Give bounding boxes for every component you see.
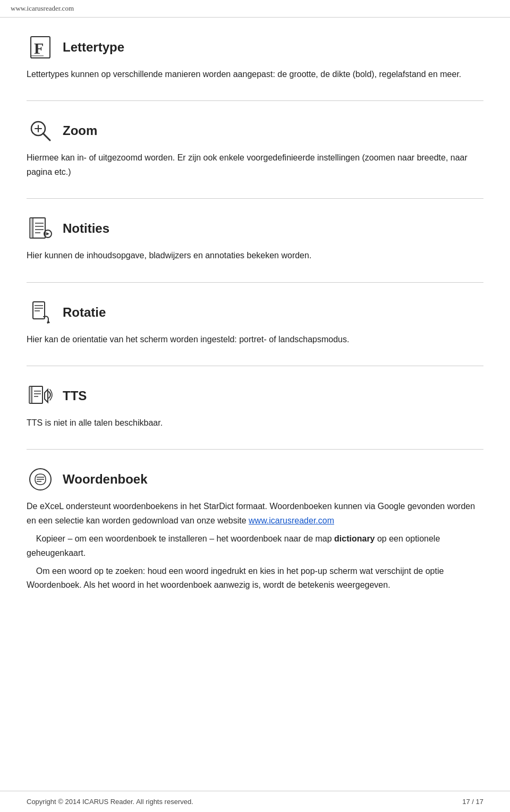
- section-body-woordenboek: De eXceL ondersteunt woordenboekens in h…: [27, 500, 483, 592]
- svg-marker-15: [46, 232, 49, 235]
- section-body-tts: TTS is niet in alle talen beschikbaar.: [27, 416, 483, 430]
- woordenboek-text2: Kopieer – om een woordenboek te installe…: [27, 534, 440, 557]
- footer-pagination: 17 / 17: [462, 798, 483, 806]
- woordenboek-para1: De eXceL ondersteunt woordenboekens in h…: [27, 500, 483, 528]
- svg-marker-26: [45, 390, 48, 402]
- section-lettertype: F Lettertype Lettertypes kunnen op versc…: [27, 33, 483, 81]
- zoom-body-text: Hiermee kan in- of uitgezoomd worden. Er…: [27, 153, 468, 176]
- section-rotatie: Rotatie Hier kan de orientatie van het s…: [27, 299, 483, 346]
- woordenboek-para3: Om een woord op te zoeken: houd een woor…: [27, 564, 483, 593]
- divider-3: [27, 282, 483, 283]
- section-zoom: Zoom Hiermee kan in- of uitgezoomd worde…: [27, 117, 483, 179]
- section-header-notities: Notities: [27, 215, 483, 242]
- font-icon: F: [27, 33, 54, 61]
- main-content: F Lettertype Lettertypes kunnen op versc…: [0, 18, 510, 654]
- section-title-tts: TTS: [63, 388, 87, 403]
- rotatie-icon: [27, 299, 54, 326]
- notities-icon: [27, 215, 54, 242]
- svg-marker-20: [47, 320, 50, 323]
- woordenboek-text3: Om een woord op te zoeken: houd een woor…: [27, 566, 444, 589]
- section-header-zoom: Zoom: [27, 117, 483, 145]
- site-url: www.icarusreader.com: [11, 4, 74, 12]
- section-title-lettertype: Lettertype: [63, 40, 124, 55]
- section-header-rotatie: Rotatie: [27, 299, 483, 326]
- section-body-notities: Hier kunnen de inhoudsopgave, bladwijzer…: [27, 249, 483, 263]
- svg-line-5: [43, 133, 50, 140]
- section-body-lettertype: Lettertypes kunnen op verschillende mani…: [27, 67, 483, 81]
- divider-4: [27, 366, 483, 366]
- section-body-zoom: Hiermee kan in- of uitgezoomd worden. Er…: [27, 151, 483, 179]
- divider-5: [27, 449, 483, 450]
- divider-2: [27, 198, 483, 199]
- svg-rect-22: [29, 386, 32, 403]
- section-woordenboek: Woordenboek De eXceL ondersteunt woorden…: [27, 466, 483, 592]
- section-title-rotatie: Rotatie: [63, 305, 106, 320]
- woordenboek-para2: Kopieer – om een woordenboek te installe…: [27, 532, 483, 560]
- section-header-woordenboek: Woordenboek: [27, 466, 483, 493]
- footer: Copyright © 2014 ICARUS Reader. All righ…: [0, 791, 510, 812]
- svg-rect-16: [33, 302, 45, 319]
- section-header-lettertype: F Lettertype: [27, 33, 483, 61]
- woordenboek-icon: [27, 466, 54, 493]
- section-notities: Notities Hier kunnen de inhoudsopgave, b…: [27, 215, 483, 263]
- section-title-zoom: Zoom: [63, 123, 97, 138]
- top-bar: www.icarusreader.com: [0, 0, 510, 18]
- svg-text:F: F: [34, 39, 44, 57]
- divider-1: [27, 100, 483, 101]
- section-body-rotatie: Hier kan de orientatie van het scherm wo…: [27, 333, 483, 346]
- woordenboek-link[interactable]: www.icarusreader.com: [249, 516, 334, 525]
- svg-rect-9: [30, 218, 33, 238]
- tts-icon: [27, 382, 54, 410]
- zoom-icon: [27, 117, 54, 145]
- section-title-notities: Notities: [63, 221, 109, 236]
- footer-copyright: Copyright © 2014 ICARUS Reader. All righ…: [27, 798, 193, 806]
- section-title-woordenboek: Woordenboek: [63, 472, 148, 487]
- section-tts: TTS TTS is niet in alle talen beschikbaa…: [27, 382, 483, 430]
- section-header-tts: TTS: [27, 382, 483, 410]
